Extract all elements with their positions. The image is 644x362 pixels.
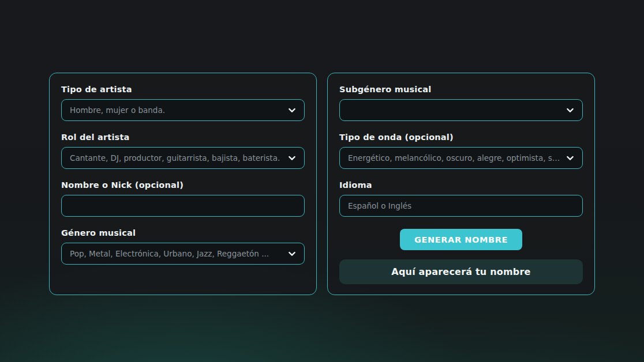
field-group-nombre-nick: Nombre o Nick (opcional) (61, 180, 305, 217)
idioma-label: Idioma (339, 180, 583, 190)
field-group-subgenero-musical: Subgénero musical (339, 85, 583, 121)
chevron-down-icon (287, 248, 297, 259)
tipo-de-artista-label: Tipo de artista (61, 85, 305, 94)
genero-musical-select[interactable]: Pop, Metal, Electrónica, Urbano, Jazz, R… (61, 243, 305, 265)
right-form-panel: Subgénero musical Tipo de onda (opcional… (327, 73, 595, 295)
generate-button-row: GENERAR NOMBRE (339, 229, 583, 250)
nombre-nick-label: Nombre o Nick (opcional) (61, 180, 305, 190)
field-group-rol-del-artista: Rol del artista Cantante, DJ, productor,… (61, 133, 305, 169)
tipo-de-artista-placeholder: Hombre, mujer o banda. (70, 105, 165, 115)
subgenero-musical-select[interactable] (339, 99, 583, 121)
idioma-input[interactable] (339, 195, 583, 217)
tipo-de-onda-select[interactable]: Energético, melancólico, oscuro, alegre,… (339, 147, 583, 169)
nombre-nick-input[interactable] (61, 195, 305, 217)
artist-name-generator-page: Tipo de artista Hombre, mujer o banda. R… (0, 0, 644, 362)
genero-musical-placeholder: Pop, Metal, Electrónica, Urbano, Jazz, R… (70, 249, 269, 258)
left-form-panel: Tipo de artista Hombre, mujer o banda. R… (49, 73, 317, 295)
rol-del-artista-placeholder: Cantante, DJ, productor, guitarrista, ba… (70, 153, 280, 163)
rol-del-artista-select[interactable]: Cantante, DJ, productor, guitarrista, ba… (61, 147, 305, 169)
result-display: Aquí aparecerá tu nombre (339, 259, 583, 284)
field-group-tipo-de-onda: Tipo de onda (opcional) Energético, mela… (339, 133, 583, 169)
generar-nombre-button[interactable]: GENERAR NOMBRE (400, 229, 522, 250)
subgenero-musical-label: Subgénero musical (339, 85, 583, 94)
chevron-down-icon (565, 153, 575, 163)
chevron-down-icon (565, 105, 575, 115)
field-group-genero-musical: Género musical Pop, Metal, Electrónica, … (61, 228, 305, 265)
field-group-idioma: Idioma (339, 180, 583, 217)
genero-musical-label: Género musical (61, 228, 305, 237)
tipo-de-onda-label: Tipo de onda (opcional) (339, 133, 583, 142)
tipo-de-onda-placeholder: Energético, melancólico, oscuro, alegre,… (348, 153, 561, 163)
rol-del-artista-label: Rol del artista (61, 133, 305, 142)
field-group-tipo-de-artista: Tipo de artista Hombre, mujer o banda. (61, 85, 305, 121)
tipo-de-artista-select[interactable]: Hombre, mujer o banda. (61, 99, 305, 121)
form-panels: Tipo de artista Hombre, mujer o banda. R… (0, 73, 644, 295)
chevron-down-icon (287, 105, 297, 115)
chevron-down-icon (287, 153, 297, 163)
